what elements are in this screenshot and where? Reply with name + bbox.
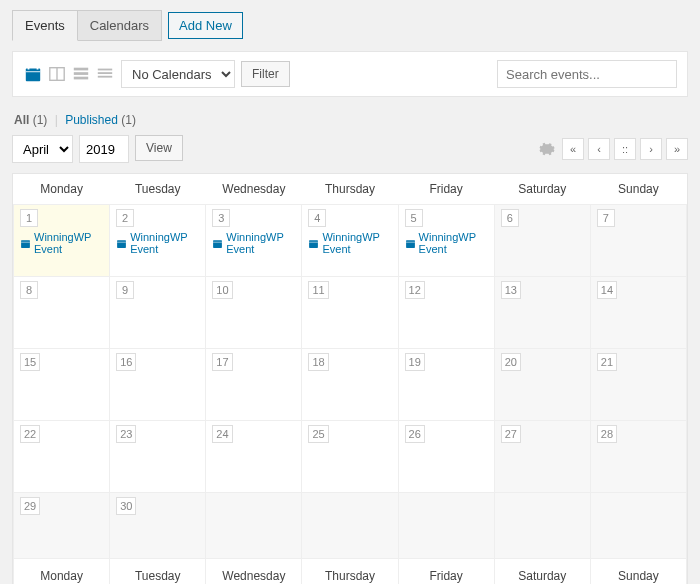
week-view-icon[interactable] — [47, 65, 67, 83]
calendar-cell[interactable]: 18 — [302, 349, 398, 421]
calendar-cell[interactable]: 16 — [110, 349, 206, 421]
compact-list-icon[interactable] — [95, 65, 115, 83]
event-label: WinningWP Event — [130, 231, 201, 255]
svg-rect-0 — [26, 69, 40, 82]
calendar-cell[interactable]: 17 — [206, 349, 302, 421]
event-label: WinningWP Event — [419, 231, 490, 255]
calendar-cell[interactable]: 22 — [14, 421, 110, 493]
svg-rect-10 — [98, 72, 112, 74]
nav-today-button[interactable]: :: — [614, 138, 636, 160]
nav-last-button[interactable]: » — [666, 138, 688, 160]
search-input[interactable] — [497, 60, 677, 88]
calendar-event[interactable]: WinningWP Event — [20, 231, 105, 255]
year-input[interactable] — [79, 135, 129, 163]
calendar-cell[interactable]: 13 — [494, 277, 590, 349]
calendar-cell[interactable] — [590, 493, 686, 559]
day-number: 22 — [20, 425, 40, 443]
toolbar: No Calendars Filter — [12, 51, 688, 97]
svg-rect-9 — [98, 69, 112, 71]
month-select[interactable]: April — [12, 135, 73, 163]
svg-rect-12 — [21, 240, 30, 248]
tab-events[interactable]: Events — [12, 10, 78, 41]
svg-rect-1 — [28, 66, 30, 70]
svg-rect-11 — [98, 76, 112, 78]
day-header: Tuesday — [110, 174, 206, 205]
nav-next-button[interactable]: › — [640, 138, 662, 160]
svg-rect-14 — [117, 240, 126, 248]
day-footer: Thursday — [302, 559, 398, 585]
calendar-cell[interactable]: 8 — [14, 277, 110, 349]
calendar-event[interactable]: WinningWP Event — [212, 231, 297, 255]
calendar-cell[interactable] — [206, 493, 302, 559]
event-label: WinningWP Event — [322, 231, 393, 255]
day-number: 17 — [212, 353, 232, 371]
calendar-cell[interactable]: 11 — [302, 277, 398, 349]
svg-rect-20 — [406, 240, 415, 248]
calendar-event[interactable]: WinningWP Event — [116, 231, 201, 255]
svg-rect-19 — [310, 241, 319, 242]
calendar-cell[interactable]: 7 — [590, 205, 686, 277]
calendar: MondayTuesdayWednesdayThursdayFridaySatu… — [12, 173, 688, 584]
calendar-cell[interactable]: 3WinningWP Event — [206, 205, 302, 277]
filter-button[interactable]: Filter — [241, 61, 290, 87]
calendar-cell[interactable]: 19 — [398, 349, 494, 421]
day-number: 16 — [116, 353, 136, 371]
gear-icon[interactable] — [536, 138, 558, 160]
tab-calendars[interactable]: Calendars — [78, 10, 162, 41]
calendar-cell[interactable]: 26 — [398, 421, 494, 493]
calendar-cell[interactable]: 1WinningWP Event — [14, 205, 110, 277]
status-published-link[interactable]: Published — [65, 113, 118, 127]
day-number: 3 — [212, 209, 230, 227]
nav-prev-button[interactable]: ‹ — [588, 138, 610, 160]
status-all-label[interactable]: All — [14, 113, 29, 127]
day-number: 5 — [405, 209, 423, 227]
svg-rect-16 — [213, 240, 222, 248]
calendar-cell[interactable]: 30 — [110, 493, 206, 559]
calendar-cell[interactable]: 9 — [110, 277, 206, 349]
calendar-cell[interactable]: 4WinningWP Event — [302, 205, 398, 277]
day-footer: Monday — [14, 559, 110, 585]
day-header: Saturday — [494, 174, 590, 205]
day-number: 27 — [501, 425, 521, 443]
calendar-cell[interactable]: 6 — [494, 205, 590, 277]
calendar-cell[interactable]: 23 — [110, 421, 206, 493]
calendar-cell[interactable]: 27 — [494, 421, 590, 493]
svg-rect-13 — [21, 241, 30, 242]
calendar-cell[interactable] — [494, 493, 590, 559]
calendar-cell[interactable]: 12 — [398, 277, 494, 349]
day-header: Sunday — [590, 174, 686, 205]
month-view-icon[interactable] — [23, 65, 43, 83]
day-footer: Tuesday — [110, 559, 206, 585]
nav-first-button[interactable]: « — [562, 138, 584, 160]
calendar-select[interactable]: No Calendars — [121, 60, 235, 88]
day-number: 10 — [212, 281, 232, 299]
calendar-cell[interactable] — [302, 493, 398, 559]
calendar-cell[interactable]: 10 — [206, 277, 302, 349]
calendar-cell[interactable]: 15 — [14, 349, 110, 421]
add-new-button[interactable]: Add New — [168, 12, 243, 39]
calendar-cell[interactable]: 2WinningWP Event — [110, 205, 206, 277]
calendar-cell[interactable]: 29 — [14, 493, 110, 559]
calendar-cell[interactable]: 25 — [302, 421, 398, 493]
day-number: 8 — [20, 281, 38, 299]
day-number: 12 — [405, 281, 425, 299]
calendar-event[interactable]: WinningWP Event — [308, 231, 393, 255]
svg-rect-7 — [74, 72, 88, 75]
day-number: 9 — [116, 281, 134, 299]
calendar-event[interactable]: WinningWP Event — [405, 231, 490, 255]
view-button[interactable]: View — [135, 135, 183, 161]
svg-rect-18 — [310, 240, 319, 248]
calendar-cell[interactable]: 14 — [590, 277, 686, 349]
calendar-cell[interactable]: 24 — [206, 421, 302, 493]
calendar-cell[interactable]: 5WinningWP Event — [398, 205, 494, 277]
event-label: WinningWP Event — [226, 231, 297, 255]
list-view-icon[interactable] — [71, 65, 91, 83]
day-number: 15 — [20, 353, 40, 371]
svg-rect-8 — [74, 77, 88, 80]
day-footer: Friday — [398, 559, 494, 585]
calendar-cell[interactable]: 21 — [590, 349, 686, 421]
calendar-cell[interactable] — [398, 493, 494, 559]
status-published-count: (1) — [121, 113, 136, 127]
calendar-cell[interactable]: 28 — [590, 421, 686, 493]
calendar-cell[interactable]: 20 — [494, 349, 590, 421]
